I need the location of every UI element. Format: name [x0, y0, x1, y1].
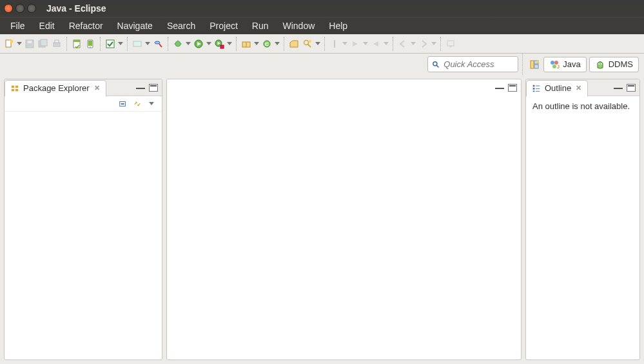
menu-run[interactable]: Run	[246, 18, 275, 34]
print-button[interactable]	[50, 37, 63, 50]
perspective-ddms[interactable]: DDMS	[589, 57, 639, 72]
svg-rect-9	[73, 40, 80, 42]
package-explorer-close-icon[interactable]: ✕	[93, 85, 101, 92]
package-explorer-tab[interactable]: Package Explorer ✕	[5, 80, 106, 97]
outline-icon	[532, 84, 541, 93]
editor-body[interactable]	[167, 96, 521, 359]
workspace: Package Explorer ✕	[0, 75, 644, 364]
new-class-dropdown[interactable]	[144, 42, 151, 45]
prev-annotation-dropdown[interactable]	[383, 42, 389, 45]
window-minimize-button[interactable]	[15, 4, 24, 13]
svg-rect-5	[41, 39, 47, 46]
svg-rect-34	[447, 41, 454, 46]
android-sdk-manager-button[interactable]	[70, 37, 83, 50]
package-explorer-tabrow: Package Explorer ✕	[5, 79, 162, 96]
nav-back-dropdown[interactable]	[410, 42, 416, 45]
run-button[interactable]	[192, 37, 205, 50]
toolbar-separator	[236, 37, 237, 51]
svg-point-41	[551, 61, 554, 65]
window-maximize-button[interactable]	[27, 4, 36, 13]
new-java-class-button[interactable]: C	[260, 37, 273, 50]
lint-button[interactable]	[104, 37, 117, 50]
menu-window[interactable]: Window	[277, 18, 322, 34]
toolbar-separator	[324, 37, 325, 51]
outline-tab[interactable]: Outline ✕	[526, 80, 588, 97]
open-type-button[interactable]	[151, 37, 164, 50]
save-button[interactable]	[23, 37, 36, 50]
new-wizard-button[interactable]	[3, 37, 15, 50]
new-package-button[interactable]	[240, 37, 253, 50]
package-explorer-view: Package Explorer ✕	[4, 79, 162, 360]
toolbar-separator	[284, 37, 284, 51]
search-dropdown[interactable]	[315, 42, 321, 45]
next-annotation-dropdown[interactable]	[362, 42, 369, 45]
svg-point-15	[155, 41, 160, 44]
package-explorer-minimize-button[interactable]	[136, 84, 145, 89]
window-controls	[4, 4, 36, 13]
menu-help[interactable]: Help	[322, 18, 354, 34]
link-with-editor-button[interactable]	[132, 99, 142, 109]
debug-dropdown[interactable]	[185, 42, 191, 45]
next-annotation-button[interactable]	[349, 37, 362, 50]
menu-navigate[interactable]: Navigate	[111, 18, 159, 34]
package-explorer-body[interactable]	[5, 112, 162, 359]
new-class-button[interactable]	[131, 37, 144, 50]
window-close-button[interactable]	[4, 4, 13, 13]
new-wizard-dropdown[interactable]	[16, 42, 23, 45]
debug-button[interactable]	[171, 37, 184, 50]
svg-rect-47	[12, 85, 14, 88]
run-dropdown[interactable]	[206, 42, 212, 45]
perspective-java-label: Java	[563, 59, 580, 69]
outline-title: Outline	[545, 83, 571, 93]
nav-forward-dropdown[interactable]	[431, 42, 437, 45]
run-last-button[interactable]	[213, 37, 226, 50]
editor-minimize-button[interactable]	[495, 84, 504, 89]
package-explorer-maximize-button[interactable]	[149, 84, 158, 92]
open-perspective-button[interactable]	[528, 58, 541, 71]
perspective-java[interactable]: J Java	[543, 57, 586, 72]
svg-rect-39	[534, 65, 538, 68]
quick-access-input[interactable]	[444, 59, 514, 69]
save-all-button[interactable]	[37, 37, 50, 50]
window-titlebar: Java - Eclipse	[0, 0, 644, 17]
lint-dropdown[interactable]	[117, 42, 124, 45]
annotation-nav-dropdown[interactable]	[342, 42, 348, 45]
outline-minimize-button[interactable]	[614, 84, 623, 89]
run-last-dropdown[interactable]	[226, 42, 233, 45]
menu-refactor[interactable]: Refactor	[63, 18, 110, 34]
svg-text:C: C	[265, 41, 269, 47]
android-avd-manager-button[interactable]	[84, 37, 97, 50]
new-java-class-dropdown[interactable]	[274, 42, 280, 45]
new-package-dropdown[interactable]	[253, 42, 260, 45]
open-task-button[interactable]	[288, 37, 300, 50]
outline-close-icon[interactable]: ✕	[575, 85, 582, 92]
search-icon	[432, 60, 440, 69]
menu-search[interactable]: Search	[161, 18, 202, 34]
pin-editor-button[interactable]	[444, 37, 457, 50]
editor-area	[166, 79, 522, 360]
svg-line-16	[159, 44, 162, 47]
menu-edit[interactable]: Edit	[33, 18, 61, 34]
editor-maximize-button[interactable]	[508, 84, 517, 92]
package-explorer-view-menu[interactable]	[146, 99, 157, 109]
java-perspective-icon: J	[549, 59, 560, 70]
menu-bar: File Edit Refactor Navigate Search Proje…	[0, 17, 644, 34]
outline-maximize-button[interactable]	[627, 84, 636, 92]
menu-file[interactable]: File	[4, 18, 32, 34]
svg-point-46	[601, 63, 602, 65]
nav-back-button[interactable]	[396, 37, 409, 50]
collapse-all-button[interactable]	[118, 99, 128, 109]
nav-forward-button[interactable]	[417, 37, 430, 50]
svg-line-36	[436, 65, 438, 67]
toolbar-separator	[127, 37, 128, 51]
window-title: Java - Eclipse	[46, 3, 106, 14]
prev-annotation-button[interactable]	[369, 37, 382, 50]
toggle-mark-button[interactable]	[328, 37, 341, 50]
quick-access-field[interactable]	[427, 56, 518, 72]
perspective-ddms-label: DDMS	[609, 59, 633, 69]
toolbar-separator	[66, 37, 67, 51]
svg-rect-13	[106, 40, 114, 48]
search-button[interactable]	[301, 37, 314, 50]
menu-project[interactable]: Project	[203, 18, 244, 34]
svg-rect-11	[88, 41, 92, 46]
